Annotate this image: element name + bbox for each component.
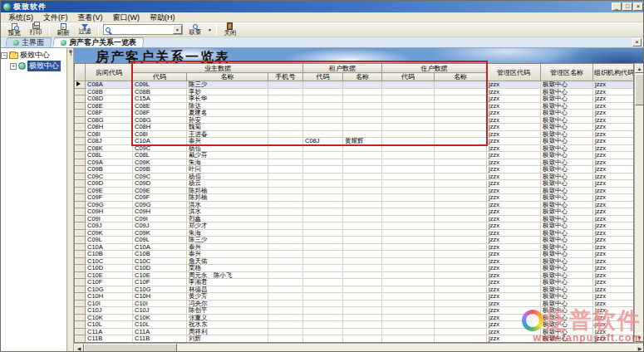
- grid-cell[interactable]: 极致中心: [541, 265, 593, 272]
- grid-cell[interactable]: [382, 215, 435, 222]
- grid-cell[interactable]: [268, 88, 303, 95]
- grid-cell[interactable]: [382, 116, 435, 124]
- grid-cell[interactable]: [343, 102, 382, 110]
- grid-cell[interactable]: [268, 102, 303, 110]
- grid-cell[interactable]: C11A: [86, 328, 133, 335]
- grid-cell[interactable]: C08L: [133, 152, 187, 159]
- grid-cell[interactable]: 朱海: [187, 229, 268, 237]
- grid-cell[interactable]: C09L: [133, 237, 187, 244]
- restore-button[interactable]: □: [622, 2, 632, 11]
- grid-cell[interactable]: [382, 152, 435, 159]
- grid-cell[interactable]: jzzx: [487, 271, 541, 279]
- grid-cell[interactable]: [435, 243, 487, 251]
- search-combobox[interactable]: ▼: [103, 24, 183, 35]
- grid-cell[interactable]: 黄耀辉: [343, 138, 382, 145]
- grid-cell[interactable]: [268, 180, 303, 188]
- grid-cell[interactable]: C10F: [86, 279, 133, 286]
- grid-cell[interactable]: jzzx: [487, 116, 541, 124]
- grid-cell[interactable]: [382, 229, 435, 237]
- grid-cell[interactable]: jzzx: [593, 116, 634, 124]
- grid-cell[interactable]: 王进春: [187, 130, 268, 138]
- row-marker[interactable]: [76, 307, 86, 315]
- grid-cell[interactable]: [382, 307, 435, 315]
- grid-cell[interactable]: jzzx: [487, 314, 541, 321]
- grid-cell[interactable]: [435, 81, 487, 89]
- grid-cell[interactable]: C09B: [133, 166, 187, 174]
- grid-cell[interactable]: jzzx: [487, 159, 541, 166]
- grid-cell[interactable]: [303, 173, 343, 180]
- grid-cell[interactable]: C08H: [86, 124, 133, 131]
- grid-cell[interactable]: [268, 124, 303, 131]
- grid-cell[interactable]: jzzx: [487, 194, 541, 202]
- scroll-up-button[interactable]: ▲: [635, 64, 644, 73]
- row-marker[interactable]: [76, 265, 86, 272]
- grid-cell[interactable]: [435, 237, 487, 244]
- grid-cell[interactable]: C08B: [133, 88, 187, 95]
- grid-cell[interactable]: 极致中心: [541, 159, 593, 166]
- column-header-org-code[interactable]: 组织机构代码: [593, 65, 634, 81]
- grid-cell[interactable]: jzzx: [593, 81, 634, 89]
- grid-cell[interactable]: 周祥利: [187, 328, 268, 335]
- grid-cell[interactable]: C10H: [86, 293, 133, 301]
- grid-cell[interactable]: [303, 300, 343, 307]
- grid-cell[interactable]: jzzx: [487, 215, 541, 222]
- grid-cell[interactable]: [382, 279, 435, 286]
- grid-cell[interactable]: jzzx: [487, 237, 541, 244]
- grid-cell[interactable]: [268, 144, 303, 152]
- grid-cell[interactable]: 杨佰: [187, 144, 268, 152]
- query-dropdown-caret[interactable]: ▼: [208, 27, 212, 32]
- grid-cell[interactable]: [382, 102, 435, 110]
- grid-cell[interactable]: 烈鑫: [187, 215, 268, 222]
- grid-cell[interactable]: [268, 173, 303, 180]
- grid-cell[interactable]: [382, 328, 435, 335]
- grid-cell[interactable]: [435, 300, 487, 307]
- grid-cell[interactable]: [268, 187, 303, 194]
- grid-cell[interactable]: jzzx: [487, 229, 541, 237]
- grid-cell[interactable]: [382, 81, 435, 89]
- grid-cell[interactable]: jzzx: [487, 208, 541, 216]
- grid-cell[interactable]: jzzx: [487, 81, 541, 89]
- grid-cell[interactable]: 极致中心: [541, 229, 593, 237]
- grid-cell[interactable]: 极致中心: [541, 237, 593, 244]
- grid-cell[interactable]: C08I: [86, 130, 133, 138]
- grid-cell[interactable]: [303, 180, 343, 188]
- grid-cell[interactable]: 极致中心: [541, 138, 593, 145]
- grid-cell[interactable]: 陈邦楠: [187, 187, 268, 194]
- grid-cell[interactable]: 极致中心: [541, 130, 593, 138]
- row-marker[interactable]: [76, 300, 86, 307]
- grid-cell[interactable]: [435, 335, 487, 343]
- grid-cell[interactable]: C09B: [86, 166, 133, 174]
- grid-cell[interactable]: [435, 152, 487, 159]
- grid-cell[interactable]: jzzx: [593, 208, 634, 216]
- grid-cell[interactable]: [268, 265, 303, 272]
- grid-cell[interactable]: C08E: [133, 102, 187, 110]
- grid-cell[interactable]: [268, 215, 303, 222]
- grid-cell[interactable]: 冯央尔: [187, 300, 268, 307]
- grid-cell[interactable]: [435, 138, 487, 145]
- grid-cell[interactable]: [343, 265, 382, 272]
- grid-cell[interactable]: jzzx: [487, 243, 541, 251]
- grid-cell[interactable]: C10D: [133, 265, 187, 272]
- grid-cell[interactable]: [303, 307, 343, 315]
- grid-cell[interactable]: C09K: [86, 229, 133, 237]
- grid-cell[interactable]: jzzx: [593, 194, 634, 202]
- grid-cell[interactable]: [343, 243, 382, 251]
- grid-cell[interactable]: 极致中心: [541, 166, 593, 174]
- grid-cell[interactable]: [303, 265, 343, 272]
- grid-cell[interactable]: [303, 328, 343, 335]
- row-marker[interactable]: [76, 173, 86, 180]
- grid-cell[interactable]: [435, 95, 487, 103]
- column-header-room-code[interactable]: 房间代码: [86, 65, 133, 81]
- grid-cell[interactable]: 极致中心: [541, 124, 593, 131]
- grid-cell[interactable]: [435, 201, 487, 208]
- grid-cell[interactable]: C09I: [133, 215, 187, 222]
- tab-main[interactable]: 主界面: [5, 37, 52, 47]
- grid-cell[interactable]: jzzx: [593, 293, 634, 301]
- tree-node-center[interactable]: + 极致中心: [10, 61, 66, 71]
- grid-cell[interactable]: [435, 110, 487, 117]
- grid-cell[interactable]: jzzx: [487, 293, 541, 301]
- grid-cell[interactable]: [343, 321, 382, 329]
- grid-cell[interactable]: [303, 102, 343, 110]
- grid-cell[interactable]: [382, 180, 435, 188]
- grid-cell[interactable]: 叶问: [187, 166, 268, 174]
